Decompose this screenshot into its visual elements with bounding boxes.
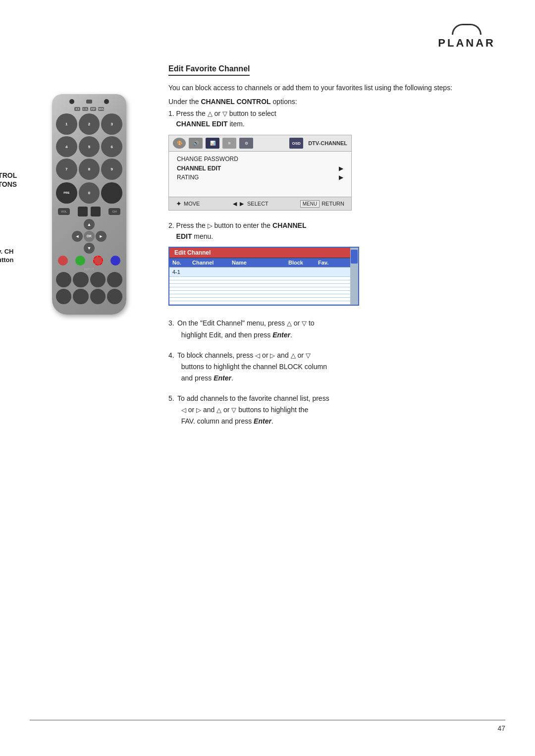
btn-7: 7 (56, 159, 77, 180)
step2-num: 2. Press the (168, 221, 208, 229)
edit-channel-header: Edit Channel (169, 248, 356, 258)
btn-extra1 (78, 207, 88, 216)
step4-tri-right: ▷ (270, 352, 275, 359)
move-icon: ✦ (176, 200, 182, 208)
step3-tri-down: ▽ (302, 320, 307, 327)
item-text: item. (228, 120, 245, 128)
menu-text: menu. (192, 232, 213, 240)
step5-tri-down: ▽ (231, 406, 236, 414)
step5-content: To add channels to the favorite channel … (177, 394, 329, 425)
logo-area: PLANAR (438, 24, 495, 50)
page-number: 47 (487, 724, 505, 732)
bb1 (56, 272, 71, 287)
edit-channel-table: Edit Channel No. Channel Name Block Fav.… (168, 247, 357, 306)
intro-text: You can block access to channels or add … (168, 84, 452, 92)
tv-menu-content: CHANGE PASSWORD CHANNEL EDIT ▶ RATING ▶ (169, 152, 351, 197)
ch-btn4: SRS (98, 107, 104, 111)
extra-btn-row: PRE 0 (56, 182, 122, 204)
tv-icon-osd: OSD (289, 138, 303, 149)
control-buttons-label: CONTROLBUTTONS (0, 171, 17, 189)
remote-top-buttons: 4:3 C.S. PiP SRS (56, 107, 122, 111)
select-label: SELECT (247, 201, 268, 207)
row0-name (232, 269, 288, 275)
edit-channel-row-8 (169, 301, 356, 305)
remote-area: CONTROLBUTTONS Fav. CHButton 4:3 C.S. Pi… (30, 94, 149, 315)
change-password-label: CHANGE PASSWORD (177, 156, 238, 162)
or-text: or (213, 109, 222, 117)
bc2 (73, 289, 88, 304)
scrollbar-thumb (351, 250, 358, 264)
remote-control: 4:3 C.S. PiP SRS 1 2 3 4 5 6 7 8 9 (47, 94, 131, 315)
btn-6: 6 (101, 136, 122, 158)
menu-key: MENU (300, 200, 320, 208)
row0-no: 4-1 (172, 269, 192, 275)
step4-and: and (277, 351, 288, 359)
intro-paragraph: You can block access to channels or add … (168, 83, 505, 94)
step5-tri-up: △ (216, 406, 221, 414)
edit-channel-row-5 (169, 291, 356, 294)
tv-menu-screenshot: 🎨 🔊 📊 ≡ ⚙ OSD DTV-CHANNEL CHANGE PASSWOR… (168, 135, 352, 211)
btn-extra2 (91, 207, 101, 216)
tv-menu-row-3: RATING ▶ (177, 174, 343, 181)
row0-fav (318, 269, 343, 275)
edit-channel-row-3 (169, 284, 356, 287)
footer-select: ◄► SELECT (231, 200, 268, 208)
dpad-ok: OK (84, 231, 95, 242)
dpad-empty-br (96, 243, 107, 254)
step4-tri-up: △ (291, 352, 296, 359)
step4-tri-left: ◁ (255, 352, 260, 359)
select-icon: ◄► (231, 200, 245, 208)
return-label: RETURN (321, 201, 344, 207)
tv-icon-2: 🔊 (189, 138, 203, 149)
step2-rest: button to enter the (213, 221, 272, 229)
channel-control-intro: Under the CHANNEL CONTROL options: (168, 98, 505, 106)
ch-btn: 4:3 (74, 107, 80, 111)
step2-text: 2. Press the ▷ button to enter the CHANN… (168, 220, 505, 242)
step5-tri-right: ▷ (196, 406, 201, 414)
tv-menu-row-1: CHANGE PASSWORD (177, 156, 343, 162)
step3-content: On the "Edit Channel" menu, press △ or ▽… (177, 319, 315, 338)
scrollbar (350, 247, 359, 306)
step5-and: and (203, 406, 214, 414)
btn-0: 0 (79, 182, 100, 204)
footer-move: ✦ MOVE (176, 200, 200, 208)
move-label: MOVE (184, 201, 200, 207)
dpad-up: ▲ (84, 219, 95, 230)
logo-text: PLANAR (438, 37, 495, 50)
bc3 (90, 289, 106, 304)
step4-item: 4. To block channels, press ◁ or ▷ and △… (168, 350, 505, 384)
edit-channel-row-4 (169, 287, 356, 291)
col-channel: Channel (192, 260, 232, 266)
page-footer: 47 (30, 720, 505, 732)
btn-1: 1 (56, 113, 77, 135)
tv-icon-4: ≡ (222, 138, 236, 149)
ch-btn2: C.S. (82, 107, 88, 111)
btn-fav-indicator (93, 256, 103, 266)
step3-item: 3. On the "Edit Channel" menu, press △ o… (168, 318, 505, 340)
col-no: No. (172, 260, 192, 266)
step4-enter: Enter (214, 374, 231, 382)
bb2 (73, 272, 88, 287)
step1-num: 1. Press the (168, 109, 208, 117)
btn-2: 2 (79, 113, 100, 135)
tv-icon-1: 🎨 (173, 138, 186, 149)
number-grid: 1 2 3 4 5 6 7 8 9 (56, 113, 122, 180)
under-text: Under the (168, 98, 201, 106)
btn-green (75, 256, 85, 266)
dpad-right: ► (96, 231, 107, 242)
btn-blue (110, 256, 120, 266)
btn-red (58, 256, 68, 266)
ch-btn3: PiP (90, 107, 96, 111)
btn-prev: PRE (56, 182, 77, 204)
edit-channel-columns: No. Channel Name Block Fav. (169, 258, 356, 268)
side-btn-right: CH (108, 208, 120, 215)
dpad: ▲ ◄ OK ► ▼ (72, 219, 107, 254)
row0-block (288, 269, 318, 275)
side-buttons-row: VOL CH (56, 207, 122, 216)
arrow-right-2: ▶ (339, 174, 343, 181)
bc4 (107, 289, 122, 304)
triangle-right-icon: ▷ (208, 222, 213, 229)
tv-menu-icons-row: 🎨 🔊 📊 ≡ ⚙ OSD DTV-CHANNEL (169, 135, 351, 152)
edit-channel-row-2 (169, 280, 356, 284)
edit-channel-row-0: 4-1 (169, 268, 356, 277)
